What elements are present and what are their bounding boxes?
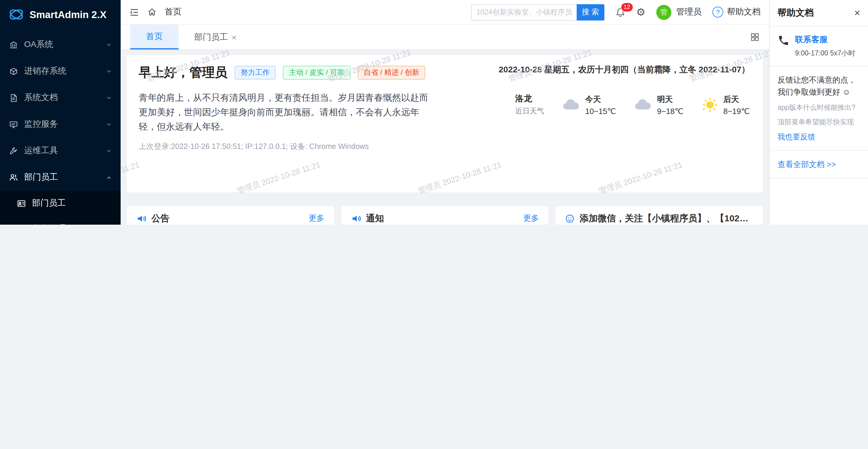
greeting-title: 早上好，管理员 bbox=[139, 64, 227, 81]
app-window: SmartAdmin 2.X OA系统 进销存系统 系统文档 监控服务 bbox=[0, 0, 868, 225]
search-button[interactable]: 搜 索 bbox=[577, 4, 604, 20]
topbar-right: 搜 索 12 ⚙ 管 管理员 ? 帮助文档 bbox=[471, 4, 761, 20]
date-weather-block: 2022-10-28 星期五，农历十月初四（当前霜降，立冬 2022-11-07… bbox=[499, 65, 750, 117]
weather-today: 今天10~15℃ bbox=[562, 94, 616, 116]
search-input[interactable] bbox=[471, 4, 577, 20]
sidebar-submenu-dept: 部门员工 角色管理 bbox=[0, 191, 121, 225]
tab-layout-grid-icon[interactable] bbox=[741, 25, 769, 50]
bank-icon bbox=[9, 40, 18, 49]
logo-icon bbox=[8, 7, 24, 22]
wechat-card: 添加微信，关注【小镇程序员】、【1024创新... 卓大的微信号！ 骚扰卓大 :… bbox=[556, 206, 763, 225]
sliders-icon bbox=[17, 224, 26, 225]
topbar: 首页 搜 索 12 ⚙ 管 管理员 ? 帮助文档 bbox=[121, 0, 769, 24]
breadcrumb: 首页 bbox=[165, 7, 182, 18]
motto-tag-green: 主动 / 皮实 / 可靠 bbox=[283, 65, 350, 79]
date-line: 2022-10-28 星期五，农历十月初四（当前霜降，立冬 2022-11-07… bbox=[499, 65, 750, 75]
greeting-card: 早上好，管理员 努力工作 主动 / 皮实 / 可靠 自省 / 精进 / 创新 青… bbox=[127, 55, 763, 192]
help-panel-title: 帮助文档 bbox=[777, 7, 814, 19]
sun-icon bbox=[702, 96, 718, 114]
home-icon[interactable] bbox=[147, 7, 157, 17]
notices-more-link[interactable]: 更多 bbox=[523, 213, 539, 224]
help-doc-link[interactable]: ? 帮助文档 bbox=[712, 7, 761, 18]
collapse-menu-icon[interactable] bbox=[129, 7, 140, 17]
user-name: 管理员 bbox=[676, 7, 702, 18]
wrench-icon bbox=[9, 146, 18, 155]
cloud-icon bbox=[562, 98, 580, 111]
feedback-question: app版本什么时候能推出? bbox=[777, 103, 860, 112]
global-search: 搜 索 bbox=[471, 4, 604, 20]
support-hours: 9:00-17:00 5x7小时 bbox=[795, 49, 855, 58]
close-icon[interactable]: × bbox=[854, 8, 860, 18]
tab-home[interactable]: 首页 bbox=[130, 25, 179, 50]
chevron-up-icon bbox=[106, 174, 112, 180]
card-title: 添加微信，关注【小镇程序员】、【1024创新... bbox=[580, 213, 753, 224]
sidebar: SmartAdmin 2.X OA系统 进销存系统 系统文档 监控服务 bbox=[0, 0, 121, 225]
feedback-link[interactable]: 我也要反馈 bbox=[777, 132, 860, 142]
card-title: 公告 bbox=[151, 213, 169, 224]
chevron-down-icon bbox=[106, 95, 112, 100]
sidebar-nav: OA系统 进销存系统 系统文档 监控服务 运维工具 bbox=[0, 29, 121, 225]
app-logo[interactable]: SmartAdmin 2.X bbox=[0, 0, 121, 29]
tabbar: 首页 部门员工 × bbox=[121, 24, 769, 50]
announcements-more-link[interactable]: 更多 bbox=[309, 213, 324, 224]
sidebar-item-dept[interactable]: 部门员工 bbox=[0, 164, 121, 191]
sidebar-subitem-role[interactable]: 角色管理 bbox=[0, 216, 121, 225]
chevron-down-icon bbox=[106, 148, 112, 154]
sidebar-item-docs[interactable]: 系统文档 bbox=[0, 85, 121, 111]
sidebar-item-erp[interactable]: 进销存系统 bbox=[0, 58, 121, 85]
close-tab-icon[interactable]: × bbox=[231, 32, 237, 42]
feedback-title: 反馈让您不满意的点，我们争取做到更好 ☺ bbox=[777, 74, 860, 98]
logo-text: SmartAdmin 2.X bbox=[30, 9, 106, 20]
id-card-icon bbox=[17, 199, 26, 208]
announcements-card: 公告 更多 JetBrains Fleet 公测，下一代 IDE2022-10-… bbox=[127, 206, 334, 225]
chevron-down-icon bbox=[106, 122, 112, 127]
weather-day-after: 后天8~19℃ bbox=[702, 94, 750, 116]
document-icon bbox=[9, 93, 18, 102]
sidebar-item-oa[interactable]: OA系统 bbox=[0, 31, 121, 58]
phone-icon bbox=[777, 34, 789, 46]
contact-support-link[interactable]: 联系客服 bbox=[795, 34, 855, 45]
weather-location: 洛龙 近日天气 bbox=[515, 94, 544, 117]
cards-row-2: 公告 更多 JetBrains Fleet 公测，下一代 IDE2022-10-… bbox=[127, 206, 763, 225]
monitor-icon bbox=[9, 120, 18, 129]
all-docs-link[interactable]: 查看全部文档 >> bbox=[777, 160, 836, 169]
notices-card: 通知 更多 1024创新实验室 春节放假通知2022-10-21 十月份技术分享… bbox=[341, 206, 548, 225]
tab-dept[interactable]: 部门员工 × bbox=[179, 25, 252, 50]
chevron-down-icon bbox=[106, 68, 112, 74]
card-title: 通知 bbox=[366, 213, 384, 224]
weather-tomorrow: 明天9~18℃ bbox=[634, 94, 683, 116]
help-doc-label: 帮助文档 bbox=[727, 7, 761, 18]
last-login-info: 上次登录:2022-10-26 17:50:51; IP:127.0.0.1; … bbox=[139, 142, 751, 152]
sidebar-item-ops[interactable]: 运维工具 bbox=[0, 137, 121, 164]
box-icon bbox=[9, 67, 18, 76]
page-content: 早上好，管理员 努力工作 主动 / 皮实 / 可靠 自省 / 精进 / 创新 青… bbox=[121, 50, 769, 225]
notification-badge: 12 bbox=[621, 2, 633, 12]
work-tag: 努力工作 bbox=[235, 65, 276, 79]
settings-gear-icon[interactable]: ⚙ bbox=[637, 7, 646, 17]
smiley-icon bbox=[565, 213, 575, 223]
daily-quote: 青年的肩上，从不只有清风明月，更有责任担当。岁月因青春慨然以赴而更加美好，世间因… bbox=[139, 91, 428, 134]
megaphone-icon bbox=[136, 213, 147, 223]
feedback-question: 顶部菜单希望能尽快实现 bbox=[777, 118, 860, 127]
motto-tag-red: 自省 / 精进 / 创新 bbox=[358, 65, 425, 79]
megaphone-icon bbox=[351, 213, 361, 223]
people-icon bbox=[9, 173, 18, 182]
help-panel: 帮助文档 × 联系客服 9:00-17:00 5x7小时 反馈让您不满意的点，我… bbox=[769, 0, 868, 225]
cloud-icon bbox=[634, 98, 652, 111]
avatar: 管 bbox=[656, 4, 671, 20]
sidebar-subitem-dept-staff[interactable]: 部门员工 bbox=[0, 191, 121, 216]
main-column: 管理员 2022-10-28 11:21管理员 2022-10-28 11:21… bbox=[121, 0, 769, 225]
user-menu[interactable]: 管 管理员 bbox=[656, 4, 702, 20]
question-icon: ? bbox=[712, 7, 723, 18]
chevron-down-icon bbox=[106, 42, 112, 47]
sidebar-item-monitor[interactable]: 监控服务 bbox=[0, 111, 121, 137]
notifications-bell-icon[interactable]: 12 bbox=[615, 7, 625, 17]
